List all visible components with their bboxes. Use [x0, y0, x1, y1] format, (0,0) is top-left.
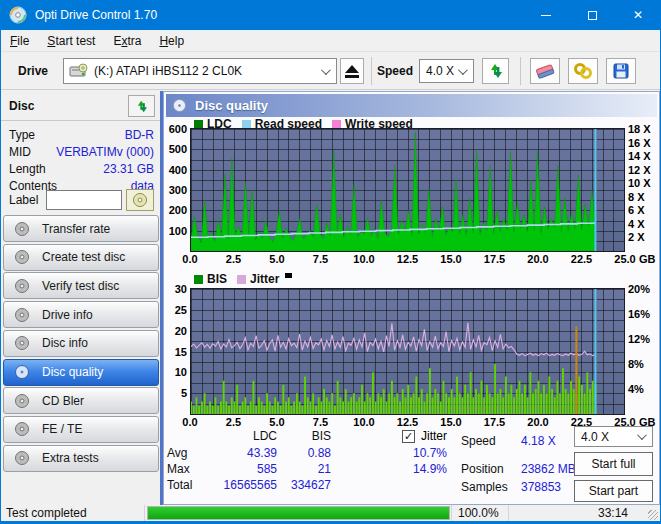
label-input[interactable] — [46, 190, 122, 210]
position-label: Position — [461, 462, 504, 476]
label-field-caption: Label — [9, 193, 38, 207]
sidebar-item-disc-quality[interactable]: Disc quality — [3, 359, 159, 386]
speed-label: Speed — [377, 64, 413, 78]
legend-label: BIS — [207, 272, 227, 286]
legend-label: Jitter — [250, 272, 279, 286]
connector-icon — [572, 62, 594, 80]
disc-row-value: 23.31 GB — [103, 162, 154, 176]
y-tick-label: 12 X — [628, 164, 660, 176]
disc-row-type: TypeBD-R — [9, 128, 154, 142]
sidebar-item-disc-info[interactable]: Disc info — [3, 330, 159, 357]
disc-row-label: MID — [9, 145, 31, 159]
disc-row-length: Length23.31 GB — [9, 162, 154, 176]
speed-select[interactable]: 4.0 X — [419, 59, 474, 83]
refresh-disc-button[interactable] — [128, 95, 155, 117]
menu-item-start-test[interactable]: Start test — [38, 32, 104, 50]
sidebar-item-transfer-rate[interactable]: Transfer rate — [3, 215, 159, 242]
sidebar-item-verify-test-disc[interactable]: Verify test disc — [3, 272, 159, 299]
refresh-icon — [487, 62, 505, 80]
sidebar-item-extra-tests[interactable]: Extra tests — [3, 445, 159, 472]
chevron-down-icon — [321, 65, 331, 75]
test-speed-select[interactable]: 4.0 X — [574, 426, 653, 447]
resize-grip[interactable] — [648, 510, 658, 520]
x-tick-label: 10.0 — [353, 253, 374, 265]
stat-row-label: Max — [167, 462, 211, 476]
chart1-right-axis: 18 X16 X14 X12 X10 X8 X6 X4 X2 X — [628, 129, 660, 251]
disc-icon — [14, 421, 30, 437]
x-tick-label: 17.5 — [484, 253, 505, 265]
y-tick-label: 12% — [628, 333, 660, 345]
disc-icon — [14, 221, 30, 237]
sidebar-item-drive-info[interactable]: Drive info — [3, 301, 159, 328]
save-button[interactable] — [606, 58, 636, 84]
sidebar-item-label: Disc info — [42, 336, 88, 350]
sidebar-item-fe-te[interactable]: FE / TE — [3, 416, 159, 443]
y-tick-label: 600 — [169, 123, 187, 135]
menu-item-file[interactable]: File — [1, 32, 38, 50]
y-tick-label: 10 X — [628, 177, 660, 189]
x-tick-label: 15.0 — [440, 416, 461, 428]
y-tick-label: 4% — [628, 383, 660, 395]
disc-icon — [14, 249, 30, 265]
x-tick-label: 2.5 — [226, 253, 241, 265]
x-tick-label: 15.0 — [440, 253, 461, 265]
y-tick-label: 4 X — [628, 218, 660, 230]
eject-button[interactable] — [340, 58, 364, 84]
disc-icon — [14, 278, 30, 294]
jitter-checkbox-label: Jitter — [421, 429, 447, 443]
y-tick-label: 500 — [169, 143, 187, 155]
menu-item-extra[interactable]: Extra — [104, 32, 150, 50]
sidebar-item-create-test-disc[interactable]: Create test disc — [3, 244, 159, 271]
ldc-chart-plot — [190, 128, 625, 252]
toolbar: Drive (K:) ATAPI iHBS112 2 CL0K Speed 4.… — [1, 53, 660, 90]
y-tick-label: 200 — [169, 204, 187, 216]
close-button[interactable]: ✕ — [615, 0, 661, 30]
start-part-button[interactable]: Start part — [574, 480, 653, 502]
jitter-checkbox[interactable]: ✓ — [402, 430, 415, 443]
erase-disc-button[interactable] — [530, 58, 560, 84]
window-title: Opti Drive Control 1.70 — [35, 8, 157, 22]
start-full-button[interactable]: Start full — [574, 452, 653, 476]
y-tick-label: 20% — [628, 283, 660, 295]
y-tick-label: 6 X — [628, 204, 660, 216]
speed-value: 4.0 X — [426, 64, 454, 78]
drive-select[interactable]: (K:) ATAPI iHBS112 2 CL0K — [63, 58, 337, 84]
maximize-button[interactable] — [569, 0, 615, 30]
speed-result-value: 4.18 X — [521, 434, 556, 448]
sidebar-item-cd-bler[interactable]: CD Bler — [3, 387, 159, 414]
minimize-button[interactable] — [523, 0, 569, 30]
y-tick-label: 8% — [628, 358, 660, 370]
disc-row-value: VERBATIMv (000) — [56, 145, 154, 159]
sidebar-item-label: Extra tests — [42, 451, 99, 465]
x-axis-unit: GB — [639, 253, 656, 265]
status-text-cell: Test completed — [1, 505, 145, 521]
y-tick-label: 20 — [175, 325, 187, 337]
y-tick-label: 30 — [175, 283, 187, 295]
refresh-speeds-button[interactable] — [482, 58, 509, 84]
x-tick-label: 7.5 — [313, 253, 328, 265]
left-panel: Disc TypeBD-RMIDVERBATIMv (000)Length23.… — [1, 91, 160, 505]
y-tick-label: 16 X — [628, 137, 660, 149]
write-label-button[interactable] — [126, 189, 154, 211]
advanced-settings-button[interactable] — [568, 58, 598, 84]
sidebar-item-label: Verify test disc — [42, 279, 119, 293]
y-tick-label: 100 — [169, 225, 187, 237]
status-bar: Test completed 100.0% 33:14 — [1, 505, 660, 521]
x-tick-label: 22.5 — [571, 253, 592, 265]
chart2-right-axis: 20%16%12%8%4% — [628, 289, 660, 414]
disc-icon — [14, 450, 30, 466]
progress-bar — [147, 506, 450, 520]
results-table: LDCBIS✓JitterAvg43.390.8810.7%Max5852114… — [167, 428, 447, 494]
menu-item-help[interactable]: Help — [150, 32, 193, 50]
bis-jitter-chart-plot — [190, 288, 625, 415]
stat-bis-value: 21 — [277, 462, 331, 476]
x-tick-label: 12.5 — [397, 253, 418, 265]
chart1-left-axis: 600500400300200100 — [164, 129, 187, 251]
y-tick-label: 15 — [175, 346, 187, 358]
stat-jitter-value: 10.7% — [331, 446, 447, 460]
disc-row-mid: MIDVERBATIMv (000) — [9, 145, 154, 159]
sidebar-item-label: Transfer rate — [42, 222, 110, 236]
sidebar-item-label: Create test disc — [42, 250, 125, 264]
toolbar-separator — [371, 57, 372, 85]
stat-ldc-value: 585 — [211, 462, 277, 476]
